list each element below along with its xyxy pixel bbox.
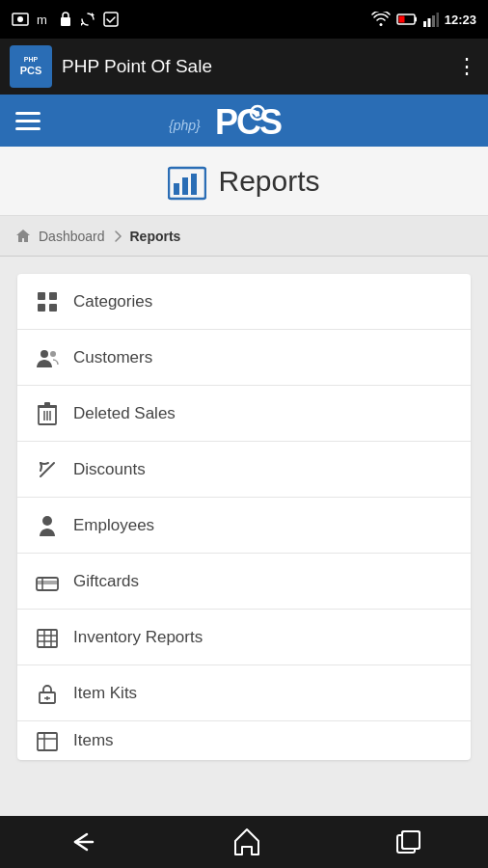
time-display: 12:23 (445, 13, 476, 27)
svg-rect-22 (38, 292, 45, 300)
nav-bar: {php} PCS (0, 95, 488, 147)
item-kits-label: Item Kits (73, 684, 137, 703)
customers-label: Customers (73, 348, 152, 367)
hamburger-line-1 (15, 112, 41, 115)
breadcrumb-current: Reports (130, 229, 181, 244)
photo-icon (12, 11, 29, 28)
page-title: Reports (218, 165, 319, 198)
reports-menu-list: Categories Customers (17, 274, 471, 760)
signal-icon (423, 12, 439, 27)
hamburger-menu-button[interactable] (15, 112, 41, 130)
breadcrumb-chevron (113, 229, 122, 244)
motorola-icon: m (35, 11, 52, 28)
svg-marker-4 (92, 13, 95, 15)
svg-point-1 (17, 16, 23, 22)
employees-label: Employees (73, 516, 154, 535)
app-bar: PHP PCS PHP Point Of Sale ⋮ (0, 39, 488, 95)
sync-icon (79, 11, 96, 28)
svg-rect-33 (44, 402, 50, 406)
discounts-icon (35, 458, 60, 481)
svg-rect-47 (38, 733, 57, 750)
home-button[interactable] (232, 827, 261, 856)
svg-line-34 (41, 463, 54, 476)
svg-text:m: m (37, 13, 47, 27)
back-button[interactable] (66, 828, 100, 855)
status-bar-right-icons: 12:23 (371, 12, 476, 27)
hamburger-line-2 (15, 120, 41, 122)
menu-item-deleted-sales[interactable]: Deleted Sales (17, 386, 471, 442)
page-header: Reports (0, 147, 488, 216)
svg-rect-19 (174, 183, 179, 195)
menu-item-categories[interactable]: Categories (17, 274, 471, 330)
deleted-sales-label: Deleted Sales (73, 404, 176, 423)
svg-rect-6 (104, 13, 118, 26)
categories-label: Categories (73, 292, 152, 312)
more-options-button[interactable]: ⋮ (456, 54, 478, 79)
svg-rect-21 (191, 174, 197, 195)
inventory-reports-icon (35, 626, 60, 648)
items-label: Items (73, 731, 114, 750)
svg-rect-3 (61, 17, 70, 26)
svg-rect-10 (423, 21, 426, 27)
svg-rect-12 (432, 15, 435, 27)
menu-item-customers[interactable]: Customers (17, 330, 471, 386)
status-bar-left-icons: m (12, 11, 120, 28)
recent-apps-button[interactable] (393, 827, 422, 856)
menu-item-employees[interactable]: Employees (17, 498, 471, 554)
inventory-reports-label: Inventory Reports (73, 628, 203, 647)
item-kits-icon (35, 682, 60, 705)
menu-item-discounts[interactable]: Discounts (17, 442, 471, 498)
breadcrumb-dashboard[interactable]: Dashboard (39, 229, 105, 244)
svg-rect-24 (38, 304, 45, 312)
svg-rect-25 (49, 304, 57, 312)
check-icon (102, 11, 120, 28)
app-bar-left: PHP PCS PHP Point Of Sale (10, 45, 212, 88)
hamburger-line-3 (15, 127, 41, 130)
menu-item-items[interactable]: Items (17, 721, 471, 760)
items-icon (35, 730, 60, 752)
categories-icon (35, 290, 60, 313)
menu-item-inventory-reports[interactable]: Inventory Reports (17, 610, 471, 665)
deleted-sales-icon (35, 401, 60, 425)
svg-rect-9 (415, 17, 417, 22)
reports-header-icon (168, 161, 206, 202)
svg-rect-8 (398, 16, 404, 23)
svg-point-27 (50, 351, 56, 357)
wifi-icon (371, 12, 391, 27)
employees-icon (35, 513, 60, 537)
home-icon (15, 229, 31, 244)
breadcrumb: Dashboard Reports (0, 216, 488, 257)
svg-rect-11 (427, 18, 430, 27)
svg-text:{php}: {php} (169, 118, 201, 133)
nav-logo: {php} PCS (167, 99, 321, 142)
giftcards-icon (35, 570, 60, 592)
giftcards-label: Giftcards (73, 572, 139, 591)
discounts-label: Discounts (73, 460, 146, 479)
lock-icon (58, 11, 73, 28)
battery-icon (396, 13, 418, 26)
svg-rect-20 (182, 177, 188, 195)
menu-item-giftcards[interactable]: Giftcards (17, 554, 471, 610)
php-pos-logo: {php} PCS (167, 99, 321, 142)
svg-rect-23 (49, 292, 57, 300)
bottom-nav (0, 816, 488, 868)
customers-icon (35, 346, 60, 369)
status-bar: m (0, 0, 488, 39)
svg-point-26 (41, 350, 48, 358)
app-title: PHP Point Of Sale (62, 56, 212, 77)
svg-point-35 (42, 516, 52, 526)
app-logo: PHP PCS (10, 45, 52, 88)
svg-point-17 (256, 111, 259, 115)
menu-item-item-kits[interactable]: Item Kits (17, 665, 471, 721)
content-area: Categories Customers (0, 257, 488, 816)
svg-rect-13 (436, 13, 439, 27)
svg-rect-52 (402, 831, 420, 849)
svg-text:PCS: PCS (215, 102, 282, 142)
svg-rect-39 (38, 630, 57, 647)
svg-rect-37 (37, 581, 58, 584)
